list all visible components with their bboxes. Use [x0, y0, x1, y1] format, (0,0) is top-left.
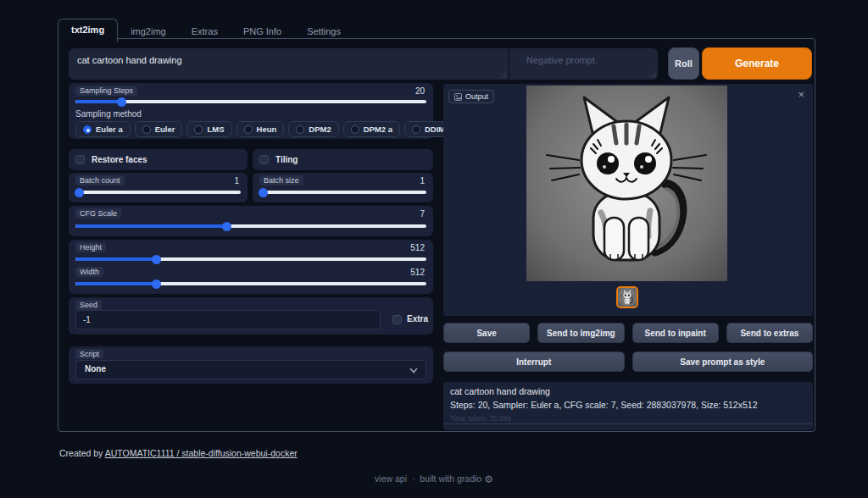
seed-label: Seed — [75, 300, 102, 310]
height-slider[interactable] — [75, 254, 426, 264]
built-with-gradio-link[interactable]: built with gradio — [420, 473, 481, 484]
radio-label: DPM2 — [309, 125, 331, 134]
output-buttons-row1: SaveSend to img2imgSend to inpaintSend t… — [443, 323, 813, 343]
sampling-option-dpm2-a[interactable]: DPM2 a — [343, 121, 400, 137]
txt2img-panel: cat cartoon hand drawing Roll Generate S… — [58, 38, 815, 432]
chevron-down-icon — [409, 368, 418, 374]
save-button[interactable]: Save — [443, 323, 530, 343]
sampling-method-options: Euler aEulerLMSHeunDPM2DPM2 aDDIMPLMS — [75, 121, 426, 137]
radio-label: DDIM — [425, 125, 445, 134]
created-by-line: Created by AUTOMATIC1111 / stable-diffus… — [59, 448, 298, 458]
tiling-checkbox[interactable] — [259, 155, 269, 164]
seed-panel: Seed Extra — [69, 297, 433, 335]
thumbnail-cat-image — [618, 288, 637, 307]
radio-label: LMS — [207, 125, 224, 134]
gallery-thumbnail-selected[interactable] — [616, 286, 638, 308]
script-dropdown[interactable]: None — [75, 360, 426, 379]
sampling-option-euler[interactable]: Euler — [135, 121, 183, 137]
radio-icon — [296, 125, 304, 134]
send-to-img2img-button[interactable]: Send to img2img — [537, 323, 624, 343]
send-to-inpaint-button[interactable]: Send to inpaint — [632, 323, 719, 343]
info-divider — [443, 423, 813, 424]
close-icon[interactable]: × — [798, 88, 804, 101]
gradio-footer: view api · built with gradio ⚙ — [0, 473, 868, 485]
batch-size-slider[interactable] — [259, 187, 426, 197]
output-tab-label: Output — [465, 92, 488, 101]
output-tab[interactable]: Output — [448, 90, 494, 103]
cfg-scale-panel: CFG Scale 7 — [69, 206, 433, 236]
send-to-extras-button[interactable]: Send to extras — [726, 323, 813, 343]
sampling-method-label: Sampling method — [75, 109, 142, 119]
cfg-scale-value: 7 — [420, 209, 425, 219]
roll-button[interactable]: Roll — [668, 47, 699, 80]
batch-count-slider[interactable] — [75, 187, 241, 197]
radio-label: DPM2 a — [364, 125, 392, 134]
batch-size-value: 1 — [420, 176, 425, 185]
batch-count-panel: Batch count 1 — [69, 173, 248, 202]
radio-icon — [142, 125, 151, 134]
interrupt-button[interactable]: Interrupt — [443, 351, 625, 372]
cfg-scale-label: CFG Scale — [75, 208, 121, 219]
tiling-panel[interactable]: Tiling — [253, 149, 433, 170]
save-prompt-as-style-button[interactable]: Save prompt as style — [632, 351, 814, 372]
dimensions-panel: Height 512 Width 512 — [69, 240, 433, 294]
view-api-link[interactable]: view api — [375, 473, 407, 484]
extra-label: Extra — [407, 314, 428, 324]
restore-faces-checkbox[interactable] — [75, 155, 85, 164]
tab-txt2img[interactable]: txt2img — [58, 19, 118, 42]
footer-dot: · — [412, 473, 415, 484]
cfg-scale-slider[interactable] — [75, 221, 426, 231]
batch-count-value: 1 — [234, 176, 239, 185]
sampling-steps-value: 20 — [415, 86, 425, 96]
output-buttons-row2: InterruptSave prompt as style — [443, 351, 813, 372]
sampling-option-euler-a[interactable]: Euler a — [75, 121, 131, 137]
seed-input[interactable] — [75, 310, 381, 329]
sampling-option-heun[interactable]: Heun — [236, 121, 285, 137]
repo-link[interactable]: AUTOMATIC1111 / stable-diffusion-webui-d… — [105, 448, 298, 458]
restore-faces-panel[interactable]: Restore faces — [69, 149, 248, 170]
tiling-label: Tiling — [275, 155, 298, 164]
height-value: 512 — [410, 243, 425, 252]
tab-png-info[interactable]: PNG Info — [231, 21, 294, 42]
generation-info-panel: cat cartoon hand drawing Steps: 20, Samp… — [443, 382, 813, 430]
generated-cat-image[interactable] — [526, 86, 727, 281]
info-params-text: Steps: 20, Sampler: Euler a, CFG scale: … — [450, 400, 757, 410]
radio-icon — [412, 125, 420, 134]
width-slider[interactable] — [75, 279, 426, 289]
sampling-option-lms[interactable]: LMS — [186, 121, 231, 137]
radio-icon — [194, 125, 203, 134]
image-icon — [454, 93, 462, 101]
batch-size-label: Batch size — [259, 175, 303, 185]
script-dropdown-value: None — [85, 364, 106, 374]
info-prompt-text: cat cartoon hand drawing — [450, 386, 550, 396]
output-gallery: Output × — [443, 84, 813, 316]
sampling-steps-slider[interactable] — [75, 97, 426, 107]
generate-button[interactable]: Generate — [702, 47, 812, 80]
radio-icon — [244, 125, 253, 134]
created-by-prefix: Created by — [59, 448, 105, 458]
prompt-input[interactable]: cat cartoon hand drawing — [69, 48, 509, 80]
gradio-gear-icon[interactable]: ⚙ — [484, 473, 493, 485]
extra-checkbox[interactable] — [392, 315, 402, 324]
restore-faces-label: Restore faces — [92, 155, 147, 164]
width-label: Width — [75, 267, 103, 277]
sampling-option-dpm2[interactable]: DPM2 — [288, 121, 338, 137]
width-value: 512 — [410, 268, 425, 277]
radio-icon — [351, 125, 359, 134]
app-window: txt2imgimg2imgExtrasPNG InfoSettings cat… — [0, 0, 868, 498]
sampling-steps-label: Sampling Steps — [75, 86, 137, 96]
info-time-text: Time taken: 35.09s — [450, 414, 511, 423]
negative-prompt-input[interactable] — [509, 48, 658, 80]
radio-icon — [83, 125, 92, 134]
tab-settings[interactable]: Settings — [294, 21, 353, 42]
batch-size-panel: Batch size 1 — [253, 173, 433, 202]
height-label: Height — [75, 242, 106, 252]
tab-extras[interactable]: Extras — [179, 21, 231, 42]
radio-label: Euler — [155, 125, 175, 134]
radio-label: Euler a — [96, 125, 123, 134]
script-panel: Script None — [69, 346, 433, 384]
sampling-panel: Sampling Steps 20 Sampling method Euler … — [69, 83, 433, 139]
script-label: Script — [75, 349, 103, 359]
tab-img2img[interactable]: img2img — [118, 21, 179, 42]
tab-bar: txt2imgimg2imgExtrasPNG InfoSettings — [58, 19, 353, 42]
